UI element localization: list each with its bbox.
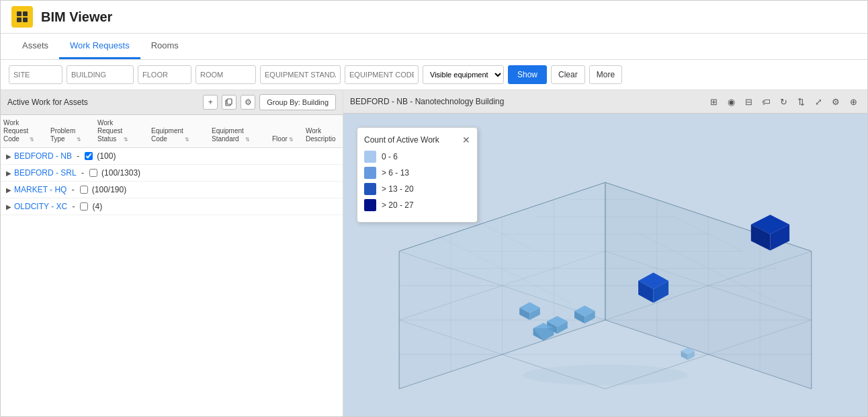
svg-rect-1 [23, 11, 28, 16]
legend-item-3: > 20 - 27 [364, 199, 470, 211]
row-checkbox-bedford-srl[interactable] [89, 169, 97, 177]
list-item[interactable]: ▶ BEDFORD - SRL - (100/1303) [1, 165, 343, 182]
gear-icon[interactable]: ⚙ [828, 94, 843, 109]
legend-item-1: > 6 - 13 [364, 167, 470, 179]
legend-title: Count of Active Work [364, 135, 439, 145]
share-icon[interactable]: ⤢ [811, 94, 826, 109]
legend-label-1: > 6 - 13 [382, 168, 409, 178]
layers-icon[interactable]: ◉ [724, 94, 738, 109]
col-floor: Floor ⇅ [272, 119, 306, 143]
svg-rect-0 [17, 11, 21, 16]
legend-color-3 [364, 199, 376, 211]
count-bedford-srl: 100/1303 [104, 168, 138, 178]
svg-rect-2 [17, 17, 21, 22]
row-checkbox-bedford-nb[interactable] [85, 152, 93, 160]
site-input[interactable] [9, 65, 62, 84]
col-work-request-code: Work Request Code ⇅ [3, 119, 50, 143]
expand-icon: ▶ [6, 153, 11, 160]
add-icon[interactable]: + [203, 95, 218, 110]
expand-icon-2: ▶ [6, 169, 11, 177]
row-label-oldcity-xc: OLDCITY - XC [14, 202, 67, 211]
col-work-description: Work Descriptio [306, 119, 340, 143]
legend-item-2: > 13 - 20 [364, 183, 470, 195]
tree-rows: ▶ BEDFORD - NB - (100) ▶ BEDFORD - SRL -… [1, 148, 343, 416]
row-label-market-hq: MARKET - HQ [14, 185, 67, 194]
count-bedford-nb: 100 [99, 151, 113, 161]
app-container: BIM Viewer Assets Work Requests Rooms Vi… [0, 0, 868, 417]
count-market-hq: 100/190 [95, 185, 124, 194]
floor-input[interactable] [138, 65, 191, 84]
app-header: BIM Viewer [1, 1, 867, 34]
app-title: BIM Viewer [41, 9, 112, 25]
left-panel: Active Work for Assets + ⚙ Group By: Bui… [1, 90, 343, 416]
legend-close-button[interactable]: ✕ [462, 135, 470, 145]
building-input[interactable] [67, 65, 134, 84]
bim-scene: Count of Active Work ✕ 0 - 6 > 6 - 13 > … [343, 114, 867, 416]
legend-color-1 [364, 167, 376, 179]
row-separator-3: - [69, 185, 74, 194]
legend-label-3: > 20 - 27 [382, 200, 414, 210]
expand-icon-3: ▶ [6, 186, 11, 194]
copy-icon[interactable] [222, 95, 236, 110]
legend-label-0: 0 - 6 [382, 152, 398, 161]
equipment-standard-input[interactable] [260, 65, 341, 84]
tab-assets[interactable]: Assets [11, 34, 59, 59]
col-equipment-standard: Equipment Standard ⇅ [212, 119, 272, 143]
list-item[interactable]: ▶ MARKET - HQ - (100/190) [1, 182, 343, 198]
legend-popup: Count of Active Work ✕ 0 - 6 > 6 - 13 > … [357, 127, 478, 223]
legend-label-2: > 13 - 20 [382, 184, 414, 194]
zoom-in-icon[interactable]: ⊕ [846, 94, 861, 109]
col-equipment-code: Equipment Code ⇅ [151, 119, 212, 143]
count-oldcity-xc: 4 [95, 202, 99, 211]
room-input[interactable] [196, 65, 256, 84]
table-icon[interactable]: ⊟ [741, 94, 756, 109]
clear-button[interactable]: Clear [551, 65, 585, 84]
col-work-request-status: Work Request Status ⇅ [97, 119, 151, 143]
sort-icon-4: ⇅ [185, 137, 189, 143]
legend-color-2 [364, 183, 376, 195]
legend-header: Count of Active Work ✕ [364, 135, 470, 145]
row-checkbox-oldcity-xc[interactable] [80, 202, 88, 211]
filter-bar: Visible equipment Show Clear More [1, 60, 867, 90]
show-button[interactable]: Show [508, 65, 547, 84]
tab-work-requests[interactable]: Work Requests [59, 34, 140, 59]
viewer-toolbar: BEDFORD - NB - Nanotechnology Building ⊞… [343, 90, 867, 114]
main-content: Active Work for Assets + ⚙ Group By: Bui… [1, 90, 867, 416]
viewer-title: BEDFORD - NB - Nanotechnology Building [350, 97, 703, 106]
settings-icon[interactable]: ⚙ [241, 95, 255, 110]
refresh-icon[interactable]: ↻ [776, 94, 791, 109]
col-problem-type: Problem Type ⇅ [50, 119, 97, 143]
tab-rooms[interactable]: Rooms [140, 34, 189, 59]
sort-icon-2: ⇅ [77, 137, 81, 143]
sort-icon-6: ⇅ [289, 137, 294, 143]
nav-tabs: Assets Work Requests Rooms [1, 34, 867, 60]
row-separator-4: - [70, 202, 75, 211]
svg-point-52 [523, 365, 687, 385]
expand-icon-4: ▶ [6, 203, 11, 211]
row-separator-2: - [79, 168, 84, 178]
legend-color-0 [364, 151, 376, 163]
table-header: Work Request Code ⇅ Problem Type ⇅ Work … [1, 115, 343, 148]
panel-toolbar: Active Work for Assets + ⚙ Group By: Bui… [1, 90, 343, 115]
row-label-bedford-srl: BEDFORD - SRL [14, 168, 77, 178]
equipment-code-input[interactable] [345, 65, 419, 84]
app-logo [11, 6, 33, 28]
list-item[interactable]: ▶ BEDFORD - NB - (100) [1, 148, 343, 165]
svg-rect-5 [227, 99, 232, 104]
arrows-icon[interactable]: ⇅ [793, 94, 808, 109]
grid-view-icon[interactable]: ⊞ [706, 94, 721, 109]
list-item[interactable]: ▶ OLDCITY - XC - (4) [1, 198, 343, 215]
group-by-button[interactable]: Group By: Building [259, 94, 336, 110]
legend-item-0: 0 - 6 [364, 151, 470, 163]
tag-icon[interactable]: 🏷 [758, 94, 773, 109]
sort-icon: ⇅ [30, 137, 34, 143]
row-label-bedford-nb: BEDFORD - NB [14, 151, 72, 161]
panel-title: Active Work for Assets [7, 98, 199, 107]
svg-rect-3 [23, 17, 28, 22]
row-separator: - [75, 151, 79, 161]
more-button[interactable]: More [589, 65, 622, 84]
sort-icon-3: ⇅ [124, 137, 128, 143]
visible-equipment-select[interactable]: Visible equipment [423, 65, 504, 84]
row-checkbox-market-hq[interactable] [80, 186, 88, 194]
sort-icon-5: ⇅ [245, 137, 250, 143]
